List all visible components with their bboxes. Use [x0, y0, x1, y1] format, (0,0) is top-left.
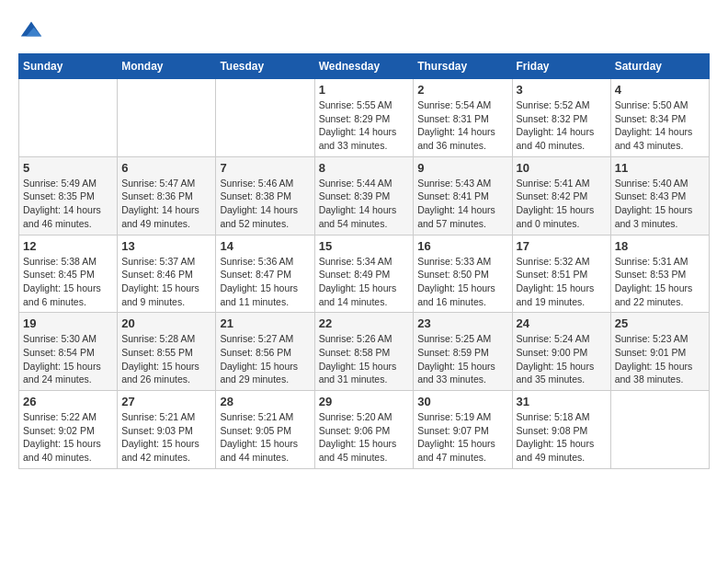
header-day: Sunday — [19, 54, 118, 79]
calendar-cell: 10Sunrise: 5:41 AMSunset: 8:42 PMDayligh… — [512, 156, 610, 235]
day-number: 13 — [121, 239, 211, 253]
day-info: Sunrise: 5:52 AMSunset: 8:32 PMDaylight:… — [517, 98, 607, 153]
day-number: 31 — [517, 395, 607, 408]
calendar-row: 19Sunrise: 5:30 AMSunset: 8:54 PMDayligh… — [19, 313, 710, 391]
day-number: 30 — [417, 395, 507, 408]
day-info: Sunrise: 5:49 AMSunset: 8:35 PMDaylight:… — [23, 177, 113, 231]
calendar-cell: 30Sunrise: 5:19 AMSunset: 9:07 PMDayligh… — [414, 391, 512, 469]
calendar-header: SundayMondayTuesdayWednesdayThursdayFrid… — [19, 54, 710, 79]
calendar-cell: 13Sunrise: 5:37 AMSunset: 8:46 PMDayligh… — [118, 235, 216, 313]
day-info: Sunrise: 5:21 AMSunset: 9:05 PMDaylight:… — [220, 410, 310, 465]
day-number: 7 — [220, 161, 310, 175]
calendar-cell — [610, 391, 709, 469]
day-info: Sunrise: 5:55 AMSunset: 8:29 PMDaylight:… — [319, 98, 410, 153]
calendar-cell: 22Sunrise: 5:26 AMSunset: 8:58 PMDayligh… — [314, 313, 414, 391]
day-info: Sunrise: 5:32 AMSunset: 8:51 PMDaylight:… — [517, 255, 607, 309]
day-number: 8 — [319, 161, 410, 175]
day-number: 25 — [615, 316, 705, 330]
day-number: 12 — [23, 239, 113, 253]
header-day: Wednesday — [314, 54, 414, 79]
calendar-cell: 16Sunrise: 5:33 AMSunset: 8:50 PMDayligh… — [414, 235, 512, 313]
day-number: 5 — [23, 161, 113, 175]
header-day: Thursday — [414, 54, 512, 79]
day-number: 24 — [517, 316, 607, 330]
day-number: 3 — [517, 83, 607, 97]
calendar-cell: 28Sunrise: 5:21 AMSunset: 9:05 PMDayligh… — [216, 391, 314, 469]
calendar-row: 5Sunrise: 5:49 AMSunset: 8:35 PMDaylight… — [19, 156, 710, 235]
day-info: Sunrise: 5:41 AMSunset: 8:42 PMDaylight:… — [517, 177, 607, 231]
calendar-cell: 31Sunrise: 5:18 AMSunset: 9:08 PMDayligh… — [512, 391, 610, 469]
logo-icon — [18, 18, 44, 44]
day-number: 29 — [319, 395, 410, 408]
calendar-cell: 2Sunrise: 5:54 AMSunset: 8:31 PMDaylight… — [414, 79, 512, 157]
calendar-cell: 29Sunrise: 5:20 AMSunset: 9:06 PMDayligh… — [314, 391, 414, 469]
calendar-cell: 17Sunrise: 5:32 AMSunset: 8:51 PMDayligh… — [512, 235, 610, 313]
day-info: Sunrise: 5:33 AMSunset: 8:50 PMDaylight:… — [417, 255, 507, 309]
calendar-cell: 8Sunrise: 5:44 AMSunset: 8:39 PMDaylight… — [314, 156, 414, 235]
day-number: 14 — [220, 239, 310, 253]
day-info: Sunrise: 5:43 AMSunset: 8:41 PMDaylight:… — [417, 177, 507, 231]
day-number: 2 — [417, 83, 507, 97]
day-number: 18 — [615, 239, 705, 253]
day-number: 10 — [517, 161, 607, 175]
logo — [18, 18, 48, 44]
day-info: Sunrise: 5:20 AMSunset: 9:06 PMDaylight:… — [319, 410, 410, 465]
calendar-cell: 5Sunrise: 5:49 AMSunset: 8:35 PMDaylight… — [19, 156, 118, 235]
day-info: Sunrise: 5:18 AMSunset: 9:08 PMDaylight:… — [517, 410, 607, 465]
day-number: 23 — [417, 316, 507, 330]
day-info: Sunrise: 5:26 AMSunset: 8:58 PMDaylight:… — [319, 332, 410, 386]
calendar-row: 26Sunrise: 5:22 AMSunset: 9:02 PMDayligh… — [19, 391, 710, 469]
page-header — [18, 18, 710, 44]
calendar-cell: 19Sunrise: 5:30 AMSunset: 8:54 PMDayligh… — [19, 313, 118, 391]
calendar-body: 1Sunrise: 5:55 AMSunset: 8:29 PMDaylight… — [19, 79, 710, 469]
day-info: Sunrise: 5:31 AMSunset: 8:53 PMDaylight:… — [615, 255, 705, 309]
calendar-cell — [118, 79, 216, 157]
calendar-cell: 14Sunrise: 5:36 AMSunset: 8:47 PMDayligh… — [216, 235, 314, 313]
calendar-cell: 9Sunrise: 5:43 AMSunset: 8:41 PMDaylight… — [414, 156, 512, 235]
day-number: 28 — [220, 395, 310, 408]
day-number: 9 — [417, 161, 507, 175]
calendar-cell: 20Sunrise: 5:28 AMSunset: 8:55 PMDayligh… — [118, 313, 216, 391]
day-number: 20 — [121, 316, 211, 330]
day-info: Sunrise: 5:21 AMSunset: 9:03 PMDaylight:… — [121, 410, 211, 465]
calendar-cell: 25Sunrise: 5:23 AMSunset: 9:01 PMDayligh… — [610, 313, 709, 391]
header-day: Friday — [512, 54, 610, 79]
day-info: Sunrise: 5:34 AMSunset: 8:49 PMDaylight:… — [319, 255, 410, 309]
header-row: SundayMondayTuesdayWednesdayThursdayFrid… — [19, 54, 710, 79]
calendar-cell: 12Sunrise: 5:38 AMSunset: 8:45 PMDayligh… — [19, 235, 118, 313]
calendar-cell: 18Sunrise: 5:31 AMSunset: 8:53 PMDayligh… — [610, 235, 709, 313]
day-info: Sunrise: 5:47 AMSunset: 8:36 PMDaylight:… — [121, 177, 211, 231]
day-number: 1 — [319, 83, 410, 97]
calendar-cell: 1Sunrise: 5:55 AMSunset: 8:29 PMDaylight… — [314, 79, 414, 157]
calendar-cell: 26Sunrise: 5:22 AMSunset: 9:02 PMDayligh… — [19, 391, 118, 469]
day-info: Sunrise: 5:25 AMSunset: 8:59 PMDaylight:… — [417, 332, 507, 386]
day-number: 26 — [23, 395, 113, 408]
header-day: Tuesday — [216, 54, 314, 79]
header-day: Monday — [118, 54, 216, 79]
calendar-cell: 21Sunrise: 5:27 AMSunset: 8:56 PMDayligh… — [216, 313, 314, 391]
calendar-cell: 24Sunrise: 5:24 AMSunset: 9:00 PMDayligh… — [512, 313, 610, 391]
day-info: Sunrise: 5:54 AMSunset: 8:31 PMDaylight:… — [417, 98, 507, 153]
day-info: Sunrise: 5:24 AMSunset: 9:00 PMDaylight:… — [517, 332, 607, 386]
day-info: Sunrise: 5:30 AMSunset: 8:54 PMDaylight:… — [23, 332, 113, 386]
day-info: Sunrise: 5:37 AMSunset: 8:46 PMDaylight:… — [121, 255, 211, 309]
calendar-cell — [216, 79, 314, 157]
day-number: 16 — [417, 239, 507, 253]
calendar-cell — [19, 79, 118, 157]
calendar-cell: 15Sunrise: 5:34 AMSunset: 8:49 PMDayligh… — [314, 235, 414, 313]
calendar-cell: 4Sunrise: 5:50 AMSunset: 8:34 PMDaylight… — [610, 79, 709, 157]
calendar-cell: 6Sunrise: 5:47 AMSunset: 8:36 PMDaylight… — [118, 156, 216, 235]
day-info: Sunrise: 5:36 AMSunset: 8:47 PMDaylight:… — [220, 255, 310, 309]
calendar-cell: 3Sunrise: 5:52 AMSunset: 8:32 PMDaylight… — [512, 79, 610, 157]
calendar-cell: 23Sunrise: 5:25 AMSunset: 8:59 PMDayligh… — [414, 313, 512, 391]
calendar-cell: 7Sunrise: 5:46 AMSunset: 8:38 PMDaylight… — [216, 156, 314, 235]
calendar-cell: 27Sunrise: 5:21 AMSunset: 9:03 PMDayligh… — [118, 391, 216, 469]
calendar-cell: 11Sunrise: 5:40 AMSunset: 8:43 PMDayligh… — [610, 156, 709, 235]
day-number: 17 — [517, 239, 607, 253]
day-number: 22 — [319, 316, 410, 330]
day-number: 21 — [220, 316, 310, 330]
day-info: Sunrise: 5:22 AMSunset: 9:02 PMDaylight:… — [23, 410, 113, 465]
day-info: Sunrise: 5:23 AMSunset: 9:01 PMDaylight:… — [615, 332, 705, 386]
day-info: Sunrise: 5:50 AMSunset: 8:34 PMDaylight:… — [615, 98, 705, 153]
day-info: Sunrise: 5:44 AMSunset: 8:39 PMDaylight:… — [319, 177, 410, 231]
